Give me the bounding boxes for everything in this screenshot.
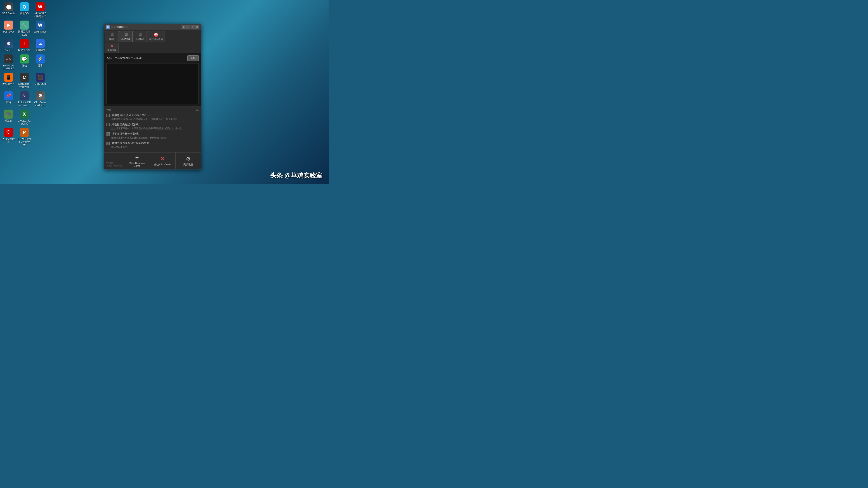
tab-camera-detect[interactable]: 🎯 游戏摄头检测 [147,31,165,42]
bijitool-icon: 🔧 [20,21,29,30]
desktop-icon-client[interactable]: C Client.exe - 快捷方式 [17,72,32,90]
desktop-icon-aishou[interactable]: 📱 爱思助手7.0 [1,72,16,90]
setting-title-disable-ht: 禁用超线程 (AMD Ryzen CPU) [112,113,199,117]
wechat-label: 微信 [22,64,27,67]
qiaobi-label: 桥跳娱 [5,119,12,122]
wps-icon: W [36,21,45,30]
client-icon: C [20,73,29,82]
random-game-label: Start Random Game [126,162,148,167]
cpucores-label: CPUCores Maximiz... [33,101,47,107]
aishou-label: 爱思助手7.0 [2,83,15,88]
xunlei-label: 迅雷 [38,64,43,67]
desktop-icon-potplayer[interactable]: ▶ PotPlayer [1,20,16,37]
obs-label: OBS Studio [2,12,15,15]
select-button[interactable]: 选择 [187,55,199,61]
wechat-icon: 💬 [20,55,29,64]
tab-other-games-icon: 🖥 [124,32,128,37]
advanced-settings-button[interactable]: ⚙ 高级设置 [176,153,201,169]
tab-steam[interactable]: 🖥 Steam [105,31,119,42]
desktop-icon-bijitool[interactable]: 🔧 圆恩工具箱 2021 [17,20,32,37]
window-maximize-button[interactable]: □ [191,25,195,29]
tab-more-apps[interactable]: ✕ 更多应用 [105,43,119,53]
setting-title-high-priority: 以更高优先级启动游戏 [112,132,199,136]
window-title: CPUCORES [112,26,180,29]
desktop-icon-cpucores[interactable]: ⚙ CPUCores Maximiz... [33,90,48,108]
tab-auto-detect-label: 自动检测 [135,37,145,41]
nail-icon: 📌 [4,91,13,100]
baidu-label: 百度网盘 [35,49,45,52]
checkbox-only-cores[interactable] [106,123,110,126]
start-random-game-button[interactable]: ✦ Start Random Game [124,153,150,169]
nav-tabs-row1: 🖥 Steam 🖥 其他游戏 🖥 自动检测 🎯 游戏摄头检测 [104,30,201,42]
window-controls: ⧉ ─ □ ✕ [182,25,199,29]
random-game-icon: ✦ [135,155,139,161]
desktop-icon-ppt[interactable]: P POWERPNT - 快捷方式 [17,127,32,148]
game-list-area [106,63,199,104]
ppt-icon: P [20,128,29,137]
baidu-icon: ☁ [36,39,45,48]
setting-item-disable-ht: 禁用超线程 (AMD Ryzen CPU) 强制游戏以混分配的CPU内核以及无H… [106,113,199,121]
anquan-label: 火绒安全软件 [2,138,15,143]
obs2-icon: ⬛ [36,73,45,82]
tab-other-games[interactable]: 🖥 其他游戏 [119,31,133,42]
xunlei-icon: ⚡ [36,55,45,64]
aishou-icon: 📱 [4,73,13,82]
window-close-button[interactable]: ✕ [195,25,199,29]
obs-icon: ⬤ [4,2,13,11]
tab-steam-icon: 🖥 [110,32,114,37]
checkbox-disable-ht[interactable] [106,114,110,117]
desktop-icon-nail[interactable]: 📌 钉钉 [1,90,16,108]
setting-text-high-priority: 以更高优先级启动游戏 给游戏指定一个更高的处理器优先级。默认情况下启用。 [112,132,199,139]
checkbox-high-priority[interactable] [106,132,110,135]
settings-divider [113,110,195,110]
desktop-icon-wechat[interactable]: 💬 微信 [17,53,32,71]
desktop-icon-netease[interactable]: ♪ 网易云音乐 [17,38,32,53]
excel-label: EXCEL - 快捷方式 [18,119,31,125]
excel-icon: X [20,109,29,119]
setting-item-only-cores: 只在指定内核运行游戏 默认情况下不选中。如果要启动单线程或CPU使用最小的游戏，… [106,123,199,130]
settings-label: 设置 [106,108,112,111]
stop-label: 停止CPUCores [154,163,171,166]
qq-label: 腾讯QQ [20,12,29,15]
desktop-icon-xunlei[interactable]: ⚡ 迅雷 [33,53,48,71]
title-bar: ⚙ CPUCORES ⧉ ─ □ ✕ [104,24,201,30]
netease-label: 网易云音乐 [18,49,31,52]
watermark: 头条 @草鸡实验室 [270,171,322,180]
desktop-icon-obs[interactable]: ⬤ OBS Studio [1,1,16,19]
desktop-icon-excel[interactable]: X EXCEL - 快捷方式 [17,108,32,126]
checkbox-isolate-os[interactable] [106,142,110,145]
stop-cpucores-button[interactable]: ✕ 停止CPUCores [150,153,175,169]
desktop-icon-eclipse[interactable]: ☿ Eclipse IDE for Java ... [17,90,32,108]
desktop-icon-wps[interactable]: W WPS Office [33,20,48,37]
setting-title-only-cores: 只在指定内核运行游戏 [112,123,199,127]
netease-icon: ♪ [20,39,29,48]
tab-other-games-label: 其他游戏 [121,37,130,41]
setting-desc-only-cores: 默认情况下不选中。如果要启动单线程或CPU使用最小的游戏，请勾选 [112,127,199,130]
obs2-label: OBS-Studi... [33,83,47,88]
settings-dots: ≡≡ [196,109,199,111]
desktop-icon-winword[interactable]: W WINWORD - 快捷方式 [33,1,48,19]
setting-text-isolate-os: 对你的操作系统进行隔离和限制 默认情况下选中。 [112,141,199,149]
bottom-buttons: ✦ Start Random Game ✕ 停止CPUCores ⚙ 高级设置 [124,153,201,169]
desktop-icon-baidu[interactable]: ☁ 百度网盘 [33,38,48,53]
version-info: v1.9.9 关于CPUCores [104,153,124,169]
tab-auto-detect[interactable]: 🖥 自动检测 [133,31,147,42]
steam-label: Steam [5,49,12,52]
settings-label: 高级设置 [183,163,193,166]
desktop-icon-anquan[interactable]: 🛡 火绒安全软件 [1,127,16,148]
desktop-icon-qq[interactable]: Q 腾讯QQ [17,1,32,19]
setting-item-high-priority: 以更高优先级启动游戏 给游戏指定一个更高的处理器优先级。默认情况下启用。 [106,132,199,139]
setting-title-isolate-os: 对你的操作系统进行隔离和限制 [112,141,199,145]
eclipse-icon: ☿ [20,91,29,100]
winword-icon: W [36,2,45,11]
window-snap-button[interactable]: ⧉ [182,25,186,29]
desktop-icon-obs2[interactable]: ⬛ OBS-Studi... [33,72,48,90]
desktop-icon-qiaobi[interactable]: 🎮 桥跳娱 [1,108,16,126]
tab-more-apps-label: 更多应用 [107,49,116,52]
qiaobi-icon: 🎮 [4,109,13,119]
desktop-icon-steam[interactable]: ⚙ Steam [1,38,16,53]
desktop-icon-techpower[interactable]: GPU TechPower... GPU-Z [1,53,16,71]
cpucores-desktop-icon: ⚙ [36,91,45,100]
window-minimize-button[interactable]: ─ [186,25,190,29]
eclipse-label: Eclipse IDE for Java ... [18,101,31,107]
